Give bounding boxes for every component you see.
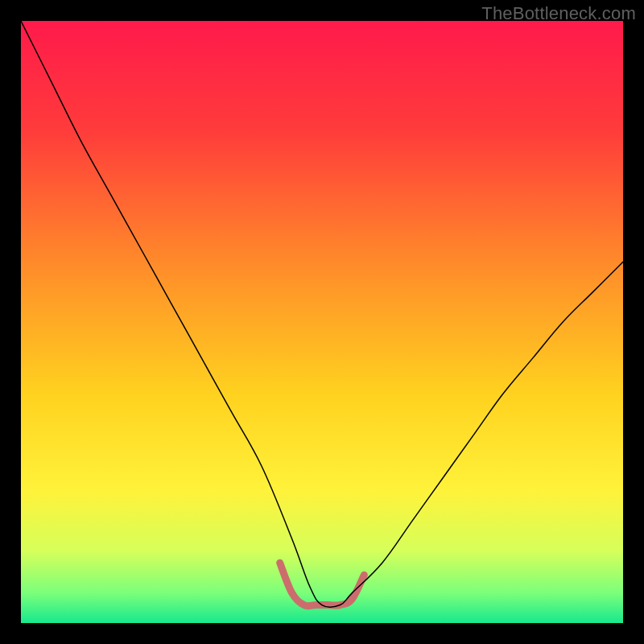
gradient-background	[21, 21, 623, 623]
chart-svg	[21, 21, 623, 623]
attribution-link[interactable]: TheBottleneck.com	[481, 3, 636, 24]
chart-container: TheBottleneck.com	[0, 0, 644, 644]
plot-area	[21, 21, 623, 623]
